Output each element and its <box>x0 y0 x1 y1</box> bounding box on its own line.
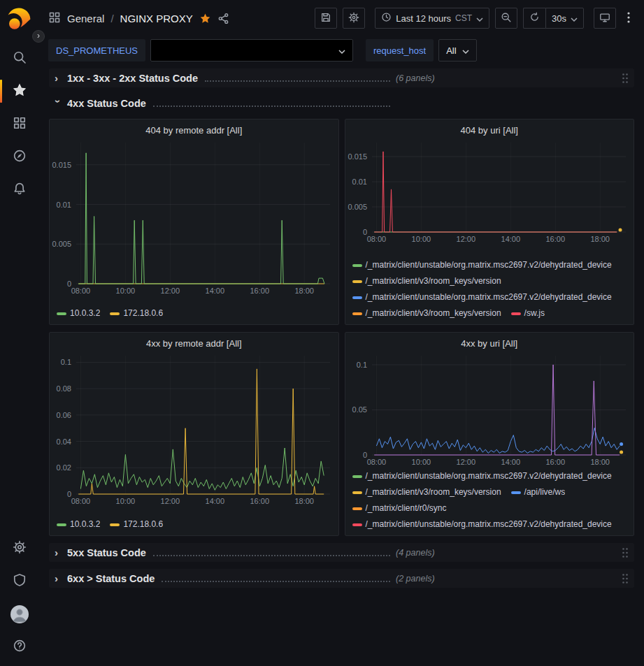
legend-label: /_matrix/client/r0/sync <box>366 502 447 515</box>
legend-swatch <box>352 475 362 478</box>
row-drag-handle[interactable] <box>622 573 629 584</box>
chart-legend: 10.0.3.2172.18.0.6 <box>50 516 338 535</box>
sidebar-item-help[interactable] <box>0 630 38 663</box>
panel-404-by-remote-addr: 404 by remote addr [All] 08:0010:0012:00… <box>49 119 339 325</box>
svg-text:12:00: 12:00 <box>161 287 180 295</box>
legend-label: /_matrix/client/unstable/org.matrix.msc2… <box>366 518 612 531</box>
row-title: 6xx > Status Code <box>67 573 155 584</box>
row-drag-handle[interactable] <box>622 547 629 558</box>
legend-swatch <box>110 312 120 315</box>
share-icon[interactable] <box>217 13 229 24</box>
svg-text:10:00: 10:00 <box>411 235 431 243</box>
avatar <box>10 605 29 623</box>
legend-item[interactable]: 10.0.3.2 <box>57 518 100 531</box>
legend-item[interactable]: 10.0.3.2 <box>57 307 100 320</box>
row-leader-dots <box>153 555 390 556</box>
time-series-chart[interactable]: 08:0010:0012:0014:0016:0018:0000.0050.01… <box>50 137 338 296</box>
sidebar-item-profile[interactable] <box>0 598 38 630</box>
star-icon <box>13 83 27 99</box>
svg-text:18:00: 18:00 <box>294 287 314 295</box>
variable-label-datasource[interactable]: DS_PROMETHEUS <box>48 39 145 61</box>
sidebar-item-explore[interactable] <box>0 140 38 173</box>
dashboard-settings-button[interactable] <box>343 8 365 29</box>
dashboard-row-1xx-3xx-2xx[interactable]: › 1xx - 3xx - 2xx Status Code (6 panels) <box>49 68 634 87</box>
zoom-out-button[interactable] <box>495 8 517 29</box>
legend-item[interactable]: /_matrix/client/v3/room_keys/version <box>352 307 501 320</box>
legend-swatch <box>352 280 362 283</box>
legend-item[interactable]: /_matrix/client/unstable/org.matrix.msc2… <box>352 259 612 272</box>
search-icon <box>13 50 27 66</box>
svg-text:08:00: 08:00 <box>71 287 91 295</box>
row-leader-dots <box>205 80 390 82</box>
row-leader-dots <box>153 106 390 107</box>
panel-title[interactable]: 4xx by remote addr [All] <box>50 333 338 350</box>
legend-item[interactable]: /sw.js <box>511 307 545 320</box>
legend-item[interactable]: /_matrix/client/v3/room_keys/version <box>352 486 501 499</box>
sidebar-item-starred[interactable] <box>0 75 38 108</box>
favorite-star-icon[interactable] <box>199 13 211 24</box>
legend-item[interactable]: /_matrix/client/unstable/org.matrix.msc2… <box>352 470 612 483</box>
chevron-down-icon <box>338 45 345 56</box>
svg-text:18:00: 18:00 <box>590 458 610 466</box>
legend-swatch <box>57 523 66 526</box>
sidebar-item-search[interactable] <box>0 42 38 75</box>
bell-icon <box>13 182 27 198</box>
row-title: 5xx Status Code <box>67 547 146 558</box>
variable-value-datasource[interactable] <box>150 39 353 61</box>
legend-label: /_matrix/client/unstable/org.matrix.msc2… <box>366 259 612 272</box>
chart-canvas: 08:0010:0012:0014:0016:0018:0000.0050.01… <box>50 137 338 296</box>
svg-text:18:00: 18:00 <box>294 497 314 505</box>
svg-text:10:00: 10:00 <box>116 287 136 295</box>
time-series-chart[interactable]: 08:0010:0012:0014:0016:0018:0000.0050.01… <box>345 137 634 245</box>
legend-item[interactable]: /api/live/ws <box>511 486 566 499</box>
sidebar-item-configuration[interactable] <box>0 532 38 565</box>
legend-item[interactable]: /_matrix/client/unstable/org.matrix.msc2… <box>352 518 612 531</box>
panel-title[interactable]: 404 by remote addr [All] <box>50 120 338 137</box>
chevron-right-icon: › <box>55 546 62 558</box>
svg-text:0.005: 0.005 <box>348 203 367 211</box>
variable-value-request-host[interactable]: All <box>438 39 476 61</box>
dashboard-row-5xx[interactable]: › 5xx Status Code (4 panels) <box>49 543 634 562</box>
more-options-button[interactable] <box>622 12 636 25</box>
chevron-right-icon: › <box>55 72 62 84</box>
time-series-chart[interactable]: 08:0010:0012:0014:0016:0018:0000.020.040… <box>50 350 338 507</box>
legend-item[interactable]: /_matrix/client/unstable/org.matrix.msc2… <box>352 291 612 304</box>
svg-text:16:00: 16:00 <box>250 287 269 295</box>
svg-text:10:00: 10:00 <box>411 458 431 466</box>
breadcrumb-section[interactable]: General <box>67 13 104 24</box>
sidebar <box>0 0 38 666</box>
panel-grid-row-1: 404 by remote addr [All] 08:0010:0012:00… <box>49 119 634 325</box>
refresh-interval-dropdown[interactable]: 30s <box>545 8 584 29</box>
sidebar-item-alerting[interactable] <box>0 173 38 206</box>
row-drag-handle[interactable] <box>622 73 629 84</box>
legend-item[interactable]: 172.18.0.6 <box>110 518 163 531</box>
panel-title[interactable]: 4xx by uri [All] <box>345 333 634 350</box>
variable-label-request-host[interactable]: request_host <box>366 39 434 61</box>
breadcrumb-separator: / <box>110 13 113 24</box>
dashboard-row-6xx[interactable]: › 6xx > Status Code (2 panels) <box>49 569 634 588</box>
compass-icon <box>13 149 27 165</box>
panel-title[interactable]: 404 by uri [All] <box>345 120 634 137</box>
time-range-picker[interactable]: Last 12 hours CST <box>375 8 489 29</box>
sidebar-expand-button[interactable]: › <box>32 30 45 43</box>
gear-icon <box>348 12 359 25</box>
breadcrumb-title[interactable]: NGINX PROXY <box>120 13 193 24</box>
legend-swatch <box>110 523 120 526</box>
refresh-interval-label: 30s <box>552 13 566 24</box>
legend-swatch <box>352 296 362 299</box>
legend-swatch <box>352 507 362 510</box>
grafana-logo[interactable] <box>6 6 33 32</box>
dashboard-row-4xx[interactable]: › 4xx Status Code <box>49 94 634 113</box>
legend-label: /_matrix/client/unstable/org.matrix.msc2… <box>366 291 612 304</box>
sidebar-item-server-admin[interactable] <box>0 565 38 598</box>
time-series-chart[interactable]: 08:0010:0012:0014:0016:0018:0000.050.1 <box>345 350 634 468</box>
refresh-button[interactable] <box>523 8 545 29</box>
legend-item[interactable]: /_matrix/client/r0/sync <box>352 502 447 515</box>
legend-item[interactable]: 172.18.0.6 <box>110 307 163 320</box>
sidebar-item-dashboards[interactable] <box>0 108 38 140</box>
save-dashboard-button[interactable] <box>315 8 337 29</box>
tv-mode-button[interactable] <box>594 8 616 29</box>
legend-item[interactable]: /_matrix/client/v3/room_keys/version <box>352 275 501 288</box>
panel-4xx-by-remote-addr: 4xx by remote addr [All] 08:0010:0012:00… <box>49 332 339 536</box>
legend-label: /_matrix/client/v3/room_keys/version <box>366 486 501 499</box>
